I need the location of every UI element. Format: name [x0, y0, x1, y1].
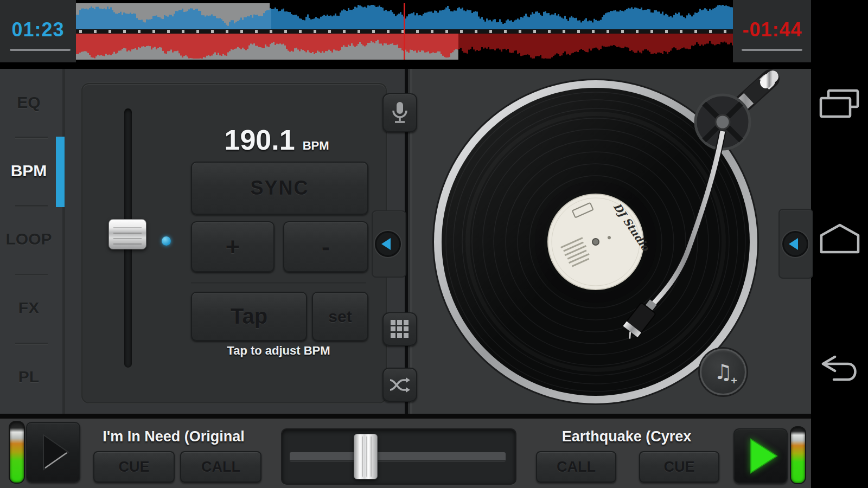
pitch-slider-handle[interactable] — [108, 219, 146, 249]
shuffle-button[interactable] — [382, 368, 417, 402]
right-play-button[interactable] — [733, 428, 788, 484]
sidebar-separator — [15, 205, 48, 207]
back-icon[interactable] — [819, 355, 862, 387]
left-vu-meter — [9, 421, 25, 484]
bpm-minus-button[interactable]: - — [283, 221, 368, 272]
microphone-icon — [391, 101, 409, 125]
triangle-left-icon — [381, 238, 391, 250]
tap-hint-text: Tap to adjust BPM — [191, 344, 366, 358]
left-time-box: 01:23 — [0, 0, 76, 62]
right-deck-collapse-tab[interactable] — [778, 209, 813, 279]
bpm-plus-button[interactable]: + — [191, 221, 275, 272]
right-call-button[interactable]: CALL — [536, 451, 616, 483]
right-cue-button[interactable]: CUE — [639, 451, 719, 483]
play-icon — [27, 423, 79, 481]
sidebar-separator — [15, 343, 48, 345]
left-deck-collapse-tab[interactable] — [372, 210, 406, 278]
left-cue-button[interactable]: CUE — [93, 451, 175, 483]
music-note-plus-icon: ♫ — [714, 362, 732, 382]
add-music-button[interactable]: ♫ + — [700, 349, 746, 395]
pads-button[interactable] — [382, 312, 417, 346]
mic-button[interactable] — [382, 93, 417, 132]
bpm-value: 190.1 — [224, 124, 295, 156]
panel-groove — [191, 282, 366, 284]
bpm-display: 190.1 BPM — [190, 124, 363, 156]
tap-button[interactable]: Tap — [191, 292, 307, 341]
turntable-platter[interactable]: DJ Studio — [408, 69, 811, 414]
right-time-box: -01:44 — [733, 0, 812, 62]
right-vu-meter — [790, 426, 806, 484]
crossfader-track[interactable] — [290, 452, 506, 461]
right-track-title: Earthquake (Cyrex — [531, 428, 723, 445]
left-track-title: I'm In Need (Original — [81, 428, 266, 445]
triangle-left-icon — [789, 238, 798, 250]
left-time-underline — [10, 49, 71, 51]
set-button[interactable]: set — [312, 292, 368, 341]
collapse-circle — [375, 231, 401, 257]
play-icon — [735, 429, 787, 483]
sidebar-item-eq[interactable]: EQ — [0, 93, 58, 112]
home-icon[interactable] — [819, 222, 861, 255]
grid-icon — [390, 319, 410, 339]
sidebar-active-indicator — [56, 137, 65, 207]
plus-mark: + — [731, 375, 737, 387]
sidebar-item-bpm[interactable]: BPM — [0, 162, 58, 180]
shuffle-icon — [389, 377, 411, 393]
right-time-underline — [742, 49, 802, 51]
sidebar-separator — [15, 274, 48, 276]
waveform-display[interactable] — [76, 3, 733, 60]
sync-button[interactable]: SYNC — [191, 162, 368, 215]
recent-apps-icon[interactable] — [819, 89, 860, 119]
left-play-button[interactable] — [26, 422, 80, 483]
sidebar-item-loop[interactable]: LOOP — [0, 230, 58, 248]
crossfader-handle[interactable] — [354, 434, 378, 479]
sidebar-item-fx[interactable]: FX — [0, 299, 58, 317]
sidebar-item-pl[interactable]: PL — [0, 368, 58, 386]
right-time: -01:44 — [733, 18, 812, 41]
android-nav-bar — [811, 0, 868, 488]
pitch-zero-dot — [162, 236, 171, 246]
left-call-button[interactable]: CALL — [180, 451, 261, 483]
bpm-unit: BPM — [303, 139, 329, 153]
left-time: 01:23 — [0, 18, 76, 41]
sidebar-separator — [15, 137, 48, 139]
dj-app-screen: 01:23 -01:44 EQ BPM LOOP FX PL 190.1 BPM… — [0, 0, 868, 488]
collapse-circle — [782, 231, 808, 257]
